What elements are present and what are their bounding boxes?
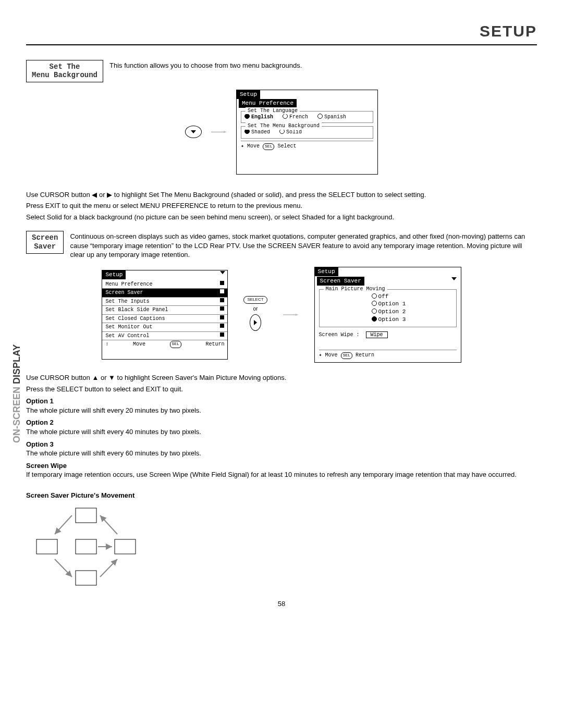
- list-item: Set Monitor Out: [102, 323, 227, 332]
- side-tab: ON-SCREEN DISPLAY: [10, 344, 23, 443]
- label-line: Screen: [32, 233, 58, 242]
- radio-option2: Option 2: [372, 308, 452, 316]
- svg-rect-3: [115, 539, 136, 554]
- movement-diagram: [26, 503, 146, 586]
- screen-wipe-heading: Screen Wipe: [26, 461, 537, 471]
- osd-screen-saver: Setup Screen Saver Main Picture Moving O…: [314, 267, 461, 363]
- body-text: Select Solid for a black background (no …: [26, 213, 537, 222]
- body-text: Use CURSOR button ◀ or ▶ to highlight Se…: [26, 190, 537, 200]
- radio-off: Off: [372, 293, 452, 301]
- osd-footer: ✦ Move SEL Return: [319, 350, 457, 362]
- osd-menu-preference: Setup Menu Preference Set The Language E…: [236, 90, 378, 174]
- group-title: Main Picture Moving: [324, 286, 387, 293]
- option2-heading: Option 2: [26, 418, 537, 427]
- remote-right-button: [250, 314, 261, 331]
- osd-footer: ↕ Move SEL Return: [102, 340, 227, 349]
- list-item: Set Closed Captions: [102, 315, 227, 324]
- svg-line-6: [55, 515, 72, 534]
- radio-option1: Option 1: [372, 300, 452, 308]
- section-label-menu-background: Set The Menu Background: [26, 60, 103, 83]
- option1-heading: Option 1: [26, 397, 537, 406]
- svg-rect-2: [76, 539, 96, 554]
- option3-heading: Option 3: [26, 440, 537, 449]
- label-line: Saver: [34, 242, 56, 251]
- radio-english: English: [244, 114, 273, 121]
- list-item: Set The Inputs: [102, 298, 227, 306]
- osd-tab: Setup: [237, 90, 260, 99]
- screen-wipe-text: If temporary image retention occurs, use…: [26, 470, 537, 479]
- remote-down-button: [185, 126, 202, 138]
- radio-french: French: [283, 114, 308, 121]
- option2-text: The whole picture will shift every 40 mi…: [26, 427, 537, 437]
- arrow-right-icon: [283, 314, 299, 316]
- osd-setup-list: Setup Menu Preference Screen Saver Set T…: [102, 270, 228, 360]
- section-label-screen-saver: Screen Saver: [26, 231, 64, 254]
- wipe-button: Wipe: [366, 331, 388, 338]
- label-line: Set The: [50, 63, 80, 71]
- body-text: Press EXIT to quit the menu or select ME…: [26, 201, 537, 211]
- radio-solid: Solid: [279, 129, 302, 136]
- osd-tab: Setup: [315, 267, 338, 276]
- osd-subtab: Menu Preference: [239, 99, 297, 108]
- osd-subtab: Screen Saver: [317, 277, 364, 286]
- body-text: Use CURSOR button ▲ or ▼ to highlight Sc…: [26, 373, 537, 382]
- svg-line-8: [55, 559, 72, 577]
- svg-line-9: [100, 559, 117, 577]
- list-item: Set Black Side Panel: [102, 306, 227, 315]
- down-arrow-icon: [191, 130, 196, 133]
- svg-rect-1: [36, 539, 57, 554]
- osd-footer: ✦ Move SEL Select: [241, 141, 373, 153]
- page-title: SETUP: [26, 21, 537, 45]
- group-title: Set The Menu Background: [246, 122, 322, 130]
- radio-spanish: Spanish: [317, 114, 346, 121]
- radio-shaded: Shaded: [244, 129, 270, 136]
- section-intro: This function allows you to choose from …: [109, 60, 537, 70]
- body-text: Press the SELECT button to select and EX…: [26, 385, 537, 394]
- group-title: Set The Language: [246, 107, 300, 115]
- svg-rect-4: [76, 571, 96, 585]
- or-text: or: [243, 305, 267, 313]
- list-item: Set AV Control: [102, 332, 227, 341]
- right-arrow-icon: [254, 320, 257, 325]
- movement-heading: Screen Saver Picture's Movement: [26, 491, 537, 500]
- option1-text: The whole picture will shift every 20 mi…: [26, 406, 537, 415]
- svg-line-7: [100, 515, 117, 534]
- option3-text: The whole picture will shift every 60 mi…: [26, 449, 537, 458]
- select-pill: SELECT: [243, 296, 267, 304]
- middle-controls: SELECT or: [243, 295, 267, 334]
- arrow-right-icon: [211, 131, 227, 133]
- section-intro: Continuous on-screen displays such as vi…: [70, 231, 537, 260]
- svg-rect-0: [76, 508, 96, 523]
- dropdown-icon: [451, 277, 457, 280]
- list-item: Screen Saver: [102, 289, 227, 298]
- label-line: Menu Background: [32, 71, 97, 79]
- screen-wipe-row: Screen Wipe : Wipe: [315, 329, 461, 341]
- osd-tab: Setup: [102, 270, 126, 279]
- page-number: 58: [26, 599, 537, 609]
- radio-option3: Option 3: [372, 316, 452, 324]
- list-item: Menu Preference: [102, 280, 227, 289]
- dropdown-icon: [220, 271, 225, 274]
